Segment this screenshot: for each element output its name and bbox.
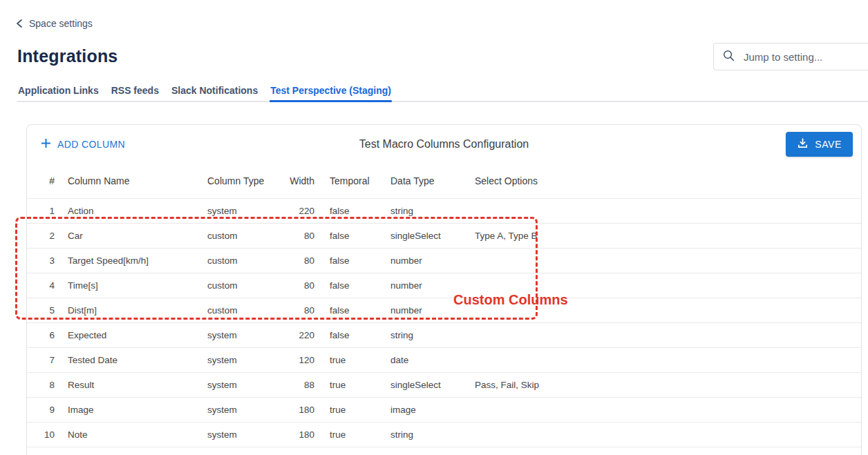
cell-options — [475, 397, 861, 422]
cell-type: system — [207, 422, 280, 447]
cell-options — [475, 248, 861, 273]
cell-num: 10 — [27, 422, 55, 447]
plus-icon — [41, 138, 51, 151]
cell-name: Result — [55, 372, 207, 397]
table-row: 8Resultsystem88truesingleSelectPass, Fai… — [27, 372, 861, 397]
tab-test-perspective-staging[interactable]: Test Perspective (Staging) — [270, 84, 392, 101]
table-row: 7Tested Datesystem120truedate — [27, 347, 861, 372]
cell-width: 80 — [280, 298, 314, 322]
search-icon — [722, 49, 735, 65]
column-header-temporal: Temporal — [314, 164, 390, 198]
cell-temporal: false — [314, 248, 390, 273]
table-row: 10Notesystem180truestring — [27, 422, 861, 447]
save-button[interactable]: SAVE — [786, 132, 853, 157]
cell-options — [475, 322, 861, 347]
cell-data_type: string — [390, 198, 475, 223]
cell-type: system — [207, 372, 280, 397]
cell-width: 180 — [280, 422, 314, 447]
add-column-button[interactable]: ADD COLUMN — [41, 134, 131, 155]
cell-num: 4 — [27, 273, 55, 298]
cell-width: 80 — [280, 273, 314, 298]
cell-type: system — [207, 347, 280, 372]
cell-options — [475, 198, 861, 223]
cell-temporal: true — [314, 372, 390, 397]
cell-type: custom — [207, 298, 280, 322]
table-header-row: #Column NameColumn TypeWidthTemporalData… — [27, 164, 861, 198]
breadcrumb-label[interactable]: Space settings — [29, 18, 93, 29]
cell-data_type: number — [390, 248, 475, 273]
cell-data_type: string — [390, 422, 475, 447]
cell-width: 120 — [280, 347, 314, 372]
cell-width: 88 — [280, 372, 314, 397]
cell-name: Target Speed[km/h] — [55, 248, 207, 273]
cell-data_type: singleSelect — [390, 372, 475, 397]
cell-data_type: image — [390, 397, 475, 422]
search-input[interactable] — [744, 51, 868, 63]
save-button-label: SAVE — [815, 139, 842, 150]
cell-name: Image — [55, 397, 207, 422]
cell-num: 8 — [27, 372, 55, 397]
cell-width: 180 — [280, 397, 314, 422]
tab-application-links[interactable]: Application Links — [17, 84, 100, 101]
cell-type: custom — [207, 248, 280, 273]
cell-name: Time[s] — [55, 273, 207, 298]
cell-temporal: true — [314, 422, 390, 447]
cell-width: 80 — [280, 248, 314, 273]
cell-name: Dist[m] — [55, 298, 207, 322]
column-header-num: # — [27, 164, 55, 198]
table-row: 1Actionsystem220falsestring — [27, 198, 861, 223]
table-row: 4Time[s]custom80falsenumber — [27, 273, 861, 298]
cell-temporal: false — [314, 198, 390, 223]
cell-data_type: date — [390, 347, 475, 372]
cell-num: 6 — [27, 322, 55, 347]
cell-type: custom — [207, 273, 280, 298]
column-header-name: Column Name — [55, 164, 207, 198]
cell-name: Expected — [55, 322, 207, 347]
table-row: 3Target Speed[km/h]custom80falsenumber — [27, 248, 861, 273]
cell-data_type: number — [390, 298, 475, 322]
table-row: 2Carcustom80falsesingleSelectType A, Typ… — [27, 223, 861, 248]
cell-temporal: true — [314, 347, 390, 372]
column-header-select: Select Options — [475, 164, 861, 198]
cell-width: 220 — [280, 198, 314, 223]
cell-name: Action — [55, 198, 207, 223]
column-header-dtype: Data Type — [390, 164, 475, 198]
table-row: 9Imagesystem180trueimage — [27, 397, 861, 422]
cell-options: Pass, Fail, Skip — [475, 372, 861, 397]
breadcrumb[interactable]: Space settings — [15, 18, 93, 29]
table-body: 1Actionsystem220falsestring2Carcustom80f… — [27, 198, 861, 447]
cell-temporal: true — [314, 397, 390, 422]
cell-width: 80 — [280, 223, 314, 248]
cell-name: Tested Date — [55, 347, 207, 372]
cell-num: 2 — [27, 223, 55, 248]
column-header-type: Column Type — [207, 164, 280, 198]
cell-temporal: false — [314, 298, 390, 322]
tab-rss-feeds[interactable]: RSS feeds — [111, 84, 160, 101]
save-download-icon — [797, 137, 809, 151]
cell-options: Type A, Type B — [475, 223, 861, 248]
chevron-left-icon — [15, 19, 23, 28]
cell-name: Note — [55, 422, 207, 447]
page-title: Integrations — [17, 46, 117, 66]
add-column-label: ADD COLUMN — [57, 139, 125, 150]
cell-type: system — [207, 198, 280, 223]
cell-data_type: string — [390, 322, 475, 347]
columns-config-card: ADD COLUMN Test Macro Columns Configurat… — [26, 124, 862, 455]
tab-bar: Application LinksRSS feedsSlack Notifica… — [17, 84, 868, 102]
cell-data_type: singleSelect — [390, 223, 475, 248]
cell-width: 220 — [280, 322, 314, 347]
table-row: 6Expectedsystem220falsestring — [27, 322, 861, 347]
cell-temporal: false — [314, 322, 390, 347]
cell-num: 7 — [27, 347, 55, 372]
cell-options — [475, 298, 861, 322]
search-box[interactable] — [713, 43, 868, 70]
cell-type: custom — [207, 223, 280, 248]
table-row: 5Dist[m]custom80falsenumber — [27, 298, 861, 322]
columns-table: #Column NameColumn TypeWidthTemporalData… — [27, 164, 861, 447]
cell-options — [475, 273, 861, 298]
cell-temporal: false — [314, 223, 390, 248]
column-header-width: Width — [280, 164, 314, 198]
tab-slack-notifications[interactable]: Slack Notifications — [171, 84, 258, 101]
cell-type: system — [207, 397, 280, 422]
cell-type: system — [207, 322, 280, 347]
